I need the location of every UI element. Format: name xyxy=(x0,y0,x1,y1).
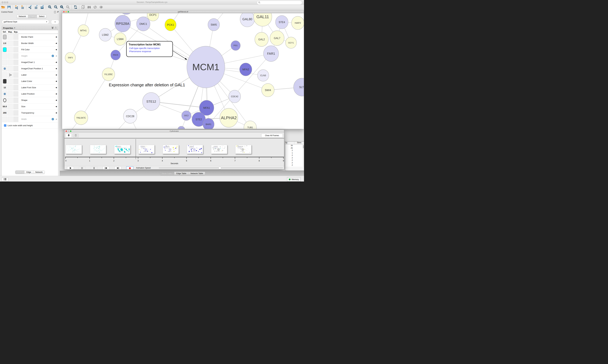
expand-property-icon[interactable]: ◀ xyxy=(55,67,57,70)
bypass-cell[interactable] xyxy=(13,72,18,78)
mapping-cell[interactable] xyxy=(8,78,13,84)
bypass-cell[interactable] xyxy=(13,53,18,59)
import-table-button[interactable] xyxy=(20,5,26,10)
frame-thumbnail-6[interactable] xyxy=(211,145,227,154)
property-row-label-font-size[interactable]: 12Label Font Size◀ xyxy=(2,84,58,91)
expand-property-icon[interactable]: ◀ xyxy=(55,99,57,101)
float-panel-icon[interactable] xyxy=(54,11,56,13)
cell-value[interactable]: 2 xyxy=(285,164,293,167)
task-history-button[interactable] xyxy=(1,178,8,182)
table-row[interactable]: 26 xyxy=(285,144,304,147)
save-session-button[interactable] xyxy=(6,5,12,10)
expand-property-icon[interactable]: ◀ xyxy=(55,118,57,120)
mapping-cell[interactable] xyxy=(8,60,13,65)
cell-value[interactable]: 26 xyxy=(285,144,293,147)
bypass-cell[interactable] xyxy=(13,34,18,40)
style-selector[interactable]: galFiltered Style ▼ xyxy=(2,20,49,24)
mapping-cell[interactable] xyxy=(8,91,13,97)
slider-handle[interactable] xyxy=(219,167,221,169)
edge-yil105c-ynl047c[interactable] xyxy=(81,74,109,118)
node-gic2[interactable]: GIC2 xyxy=(182,111,191,120)
show-panel-button[interactable] xyxy=(98,5,104,10)
frame-thumbnail-7[interactable] xyxy=(235,145,251,154)
mapping-cell[interactable] xyxy=(8,34,13,40)
expand-property-icon[interactable]: ◀ xyxy=(55,93,57,95)
node-pdc5[interactable]: PDC5 xyxy=(111,50,121,60)
bypass-cell[interactable] xyxy=(13,85,18,90)
default-value-cell[interactable] xyxy=(2,78,7,84)
default-value-cell[interactable]: 255 xyxy=(2,110,7,116)
lock-size-checkbox[interactable]: ✓ xyxy=(4,124,6,127)
node-mth1[interactable]: MTH1 xyxy=(78,25,89,36)
table-row[interactable]: 2 xyxy=(285,162,304,164)
duplicate-view-button[interactable] xyxy=(80,5,86,10)
node-gcy1[interactable]: GCY1 xyxy=(286,37,297,48)
expand-property-icon[interactable]: ◀ xyxy=(55,74,57,76)
cell-value[interactable]: 2 xyxy=(285,154,293,157)
bypass-cell[interactable] xyxy=(13,104,18,109)
expand-property-icon[interactable]: ◀ xyxy=(55,80,57,82)
mapping-cell[interactable] xyxy=(8,98,13,103)
node-mcm1[interactable]: MCM1 xyxy=(187,46,225,88)
node-ste4[interactable]: STE4 xyxy=(276,15,288,29)
cell-value[interactable]: 2 xyxy=(285,162,293,164)
column-header[interactable]: Stres xyxy=(294,142,304,144)
bypass-cell[interactable] xyxy=(13,60,18,65)
property-row-image-chart-1[interactable]: Image/Chart 1◀ xyxy=(2,59,58,65)
caption-annotation[interactable]: Expression change after deletion of GAL1 xyxy=(109,83,185,87)
node-pck1[interactable]: PCK1 xyxy=(165,19,176,31)
properties-header[interactable]: Properties ▼ xyxy=(2,26,58,30)
annotation-callout[interactable]: Transcription factor MCM1Cell-type-speci… xyxy=(126,41,187,60)
mapping-cell[interactable] xyxy=(8,104,13,109)
tab-edge[interactable]: Edge xyxy=(24,171,33,174)
property-row-fill-color[interactable]: Fill Color◀ xyxy=(2,47,58,53)
property-row-size[interactable]: 50.0Size◀ xyxy=(2,104,58,110)
cyanimator-timeline[interactable]: 0123456789 Seconds xyxy=(64,138,284,166)
tab-network[interactable]: Network xyxy=(17,15,28,18)
export-network-button[interactable] xyxy=(27,5,33,10)
network-canvas[interactable]: RPS28BDCP1RPS28ADMC1PCK1SWI5GAL80GAL11ST… xyxy=(62,13,304,129)
annotation-link[interactable]: Cell-type-specific transcription xyxy=(129,47,160,50)
table-row[interactable]: 2 xyxy=(285,159,304,162)
frame-thumbnail-4[interactable] xyxy=(163,145,179,154)
mapping-cell[interactable] xyxy=(8,47,13,52)
node-pis1[interactable]: PIS1 xyxy=(231,41,240,51)
open-session-button[interactable] xyxy=(0,5,6,10)
default-value-cell[interactable] xyxy=(2,53,7,59)
table-scrollbar[interactable] xyxy=(303,145,304,167)
tab-style[interactable]: Style xyxy=(28,15,37,18)
default-value-cell[interactable] xyxy=(2,60,7,65)
add-frame-button[interactable] xyxy=(66,133,72,138)
node-mfa2[interactable]: MFA2 xyxy=(240,63,252,76)
mapping-cell[interactable] xyxy=(8,72,13,78)
memory-button[interactable]: Memory xyxy=(287,177,301,182)
import-network-button[interactable] xyxy=(14,5,20,10)
property-row-height[interactable]: Heighti◀ xyxy=(2,53,58,59)
node-alpha2[interactable]: ALPHA2 xyxy=(220,108,238,127)
node-swi5[interactable]: SWI5 xyxy=(208,18,220,31)
bypass-cell[interactable] xyxy=(13,78,18,84)
table-row[interactable]: 1 xyxy=(285,152,304,155)
animation-speed-slider[interactable] xyxy=(159,168,283,168)
scrollbar-thumb[interactable] xyxy=(303,145,304,148)
cell-value[interactable]: 2 xyxy=(285,159,293,162)
zoom-fit-button[interactable] xyxy=(59,5,65,10)
bypass-cell[interactable] xyxy=(13,47,18,52)
cell-value[interactable]: 2 xyxy=(285,149,293,152)
table-row[interactable]: 2 xyxy=(285,157,304,159)
zoom-in-button[interactable] xyxy=(47,5,53,10)
table-row[interactable]: 2 xyxy=(285,164,304,167)
node-cdc28[interactable]: CDC28 xyxy=(123,109,137,123)
node-dmc1[interactable]: DMC1 xyxy=(137,17,150,31)
network-window-titlebar[interactable]: galFiltered.sif xyxy=(62,11,304,13)
bypass-cell[interactable] xyxy=(13,66,18,71)
table-row[interactable]: 2 xyxy=(285,149,304,152)
property-row-border-paint[interactable]: Border Paint◀ xyxy=(2,34,58,40)
export-table-button[interactable] xyxy=(33,5,39,10)
bypass-cell[interactable] xyxy=(13,98,18,103)
property-row-label-color[interactable]: Label Color◀ xyxy=(2,78,58,84)
frame-thumbnail-3[interactable] xyxy=(138,145,154,154)
property-row-label[interactable]: Label◀ xyxy=(2,72,58,78)
node-rps28a[interactable]: RPS28A xyxy=(115,15,131,32)
bypass-cell[interactable] xyxy=(13,41,18,46)
